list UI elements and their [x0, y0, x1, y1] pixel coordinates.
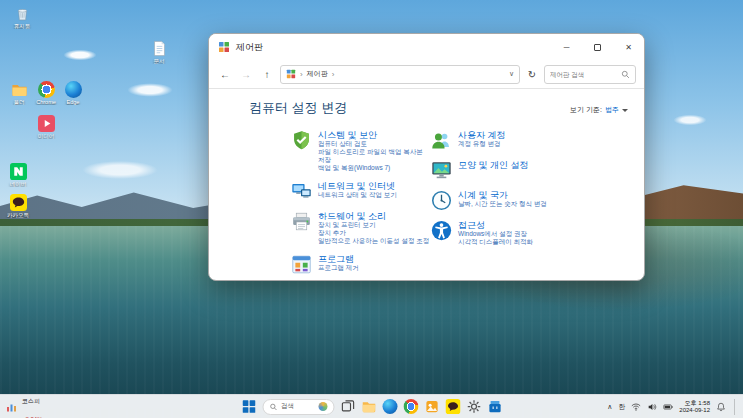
- tray-time: 오후 1:58: [685, 400, 710, 406]
- program-icon: [291, 254, 312, 275]
- category-task-link[interactable]: 네트워크 상태 및 작업 보기: [318, 191, 397, 199]
- desktop-icon-kakao-talk[interactable]: 카카오톡: [4, 194, 32, 218]
- edge-icon[interactable]: [382, 399, 397, 414]
- category-title-link[interactable]: 시스템 및 보안: [318, 130, 431, 140]
- control-panel-search[interactable]: [544, 65, 636, 84]
- search-icon: [269, 403, 277, 411]
- photos-icon[interactable]: [424, 399, 439, 414]
- category-title-link[interactable]: 모양 및 개인 설정: [458, 160, 529, 170]
- minimize-button[interactable]: ─: [551, 34, 582, 60]
- desktop-icon-media-player[interactable]: 미디어: [32, 115, 60, 139]
- taskbar-search-label: 검색: [281, 402, 294, 411]
- maximize-button[interactable]: [582, 34, 613, 60]
- back-button[interactable]: ←: [217, 69, 233, 80]
- address-bar[interactable]: › 제어판 › ∨: [280, 65, 520, 84]
- window-title: 제어판: [236, 41, 263, 54]
- printer-icon: [291, 211, 312, 232]
- document-icon: [151, 40, 168, 57]
- taskbar-search[interactable]: 검색: [262, 399, 334, 415]
- category-title-link[interactable]: 네트워크 및 인터넷: [318, 181, 397, 191]
- maximize-icon: [594, 44, 601, 51]
- breadcrumb-separator: ›: [300, 70, 303, 79]
- tray-overflow-button[interactable]: ∧: [607, 403, 612, 411]
- refresh-button[interactable]: ↻: [525, 69, 539, 80]
- breadcrumb-root[interactable]: 제어판: [307, 69, 328, 79]
- category-title-link[interactable]: 프로그램: [318, 254, 359, 264]
- desktop-icon-edge[interactable]: Edge: [59, 81, 87, 105]
- widgets-button[interactable]: 코스피 +2.34%: [6, 389, 43, 418]
- kakao-talk-icon: [10, 194, 27, 211]
- category-task-link[interactable]: 날짜, 시간 또는 숫자 형식 변경: [458, 200, 547, 208]
- file-explorer-icon[interactable]: [361, 399, 376, 414]
- widget-line1: 코스피: [22, 398, 40, 404]
- user-icon: [431, 130, 452, 151]
- category-clock-region: 시계 및 국가날짜, 시간 또는 숫자 형식 변경: [431, 190, 628, 211]
- system-tray: ∧ 한 오후 1:58 2024-09-12: [607, 399, 737, 415]
- up-button[interactable]: ↑: [259, 69, 275, 80]
- search-icon: [621, 70, 630, 79]
- toolbar: ← → ↑ › 제어판 › ∨ ↻: [209, 60, 644, 89]
- desktop-icon-label: 네이버: [4, 181, 32, 187]
- desktop-icon-naver[interactable]: 네이버: [4, 163, 32, 187]
- forward-button[interactable]: →: [238, 69, 254, 80]
- category-title-link[interactable]: 접근성: [458, 220, 533, 230]
- category-column-right: 사용자 계정계정 유형 변경모양 및 개인 설정시계 및 국가날짜, 시간 또는…: [431, 130, 628, 281]
- battery-icon[interactable]: [663, 402, 673, 412]
- desktop-icon-recycle-bin[interactable]: 휴지통: [8, 5, 36, 29]
- folder-icon: [11, 81, 28, 98]
- page-title: 컴퓨터 설정 변경: [249, 99, 347, 117]
- control-panel-icon: [218, 41, 230, 53]
- category-task-link[interactable]: 계정 유형 변경: [458, 140, 506, 148]
- desktop: 휴지통문서폴더ChromeEdge미디어네이버카카오톡 제어판 ─ ✕ ← → …: [0, 0, 743, 418]
- category-task-link[interactable]: 장치 추가: [318, 229, 429, 237]
- category-task-link[interactable]: 장치 및 프린터 보기: [318, 221, 429, 229]
- clock-icon: [431, 190, 452, 211]
- wifi-icon[interactable]: [631, 402, 641, 412]
- desktop-icon-label: Chrome: [32, 99, 60, 105]
- kakao-talk-icon[interactable]: [445, 399, 460, 414]
- recycle-bin-icon: [14, 5, 31, 22]
- ime-language-button[interactable]: 한: [618, 402, 625, 412]
- desktop-icon-label: Edge: [59, 99, 87, 105]
- search-highlight-image: [318, 402, 327, 411]
- category-task-link[interactable]: 시각적 디스플레이 최적화: [458, 238, 533, 246]
- category-columns: 시스템 및 보안컴퓨터 상태 검토파일 히스토리로 파일의 백업 복사본 저장백…: [249, 130, 628, 281]
- close-button[interactable]: ✕: [613, 34, 644, 60]
- settings-icon[interactable]: [466, 399, 481, 414]
- start-button[interactable]: [241, 399, 256, 414]
- chrome-icon: [38, 81, 55, 98]
- category-title-link[interactable]: 시계 및 국가: [458, 190, 547, 200]
- category-system-security: 시스템 및 보안컴퓨터 상태 검토파일 히스토리로 파일의 백업 복사본 저장백…: [291, 130, 431, 172]
- desktop-icon-chrome[interactable]: Chrome: [32, 81, 60, 105]
- desktop-icon-folder[interactable]: 폴더: [5, 81, 33, 105]
- desktop-icon-label: 미디어: [32, 133, 60, 139]
- category-task-link[interactable]: 파일 히스토리로 파일의 백업 복사본 저장: [318, 148, 431, 164]
- chrome-icon[interactable]: [403, 399, 418, 414]
- volume-icon[interactable]: [647, 402, 657, 412]
- category-task-link[interactable]: 백업 및 복원(Windows 7): [318, 164, 431, 172]
- category-ease-of-access: 접근성Windows에서 설정 권장시각적 디스플레이 최적화: [431, 220, 628, 246]
- task-view-icon[interactable]: [340, 399, 355, 414]
- desktop-icon-label: 카카오톡: [4, 212, 32, 218]
- view-by-label: 보기 기준:: [570, 105, 602, 115]
- category-column-left: 시스템 및 보안컴퓨터 상태 검토파일 히스토리로 파일의 백업 복사본 저장백…: [291, 130, 431, 281]
- view-by-control: 보기 기준: 범주: [570, 105, 628, 115]
- view-by-value[interactable]: 범주: [605, 105, 619, 115]
- category-task-link[interactable]: 컴퓨터 상태 검토: [318, 140, 431, 148]
- naver-icon: [10, 163, 27, 180]
- category-title-link[interactable]: 하드웨어 및 소리: [318, 211, 429, 221]
- category-task-link[interactable]: 일반적으로 사용하는 이동성 설정 조정: [318, 237, 429, 245]
- desktop-icon-document[interactable]: 문서: [145, 40, 173, 64]
- category-task-link[interactable]: 프로그램 제거: [318, 264, 359, 272]
- control-panel-search-input[interactable]: [550, 71, 618, 78]
- appearance-icon: [431, 160, 452, 181]
- address-dropdown-button[interactable]: ∨: [509, 70, 514, 78]
- category-title-link[interactable]: 사용자 계정: [458, 130, 506, 140]
- show-desktop-button[interactable]: [734, 399, 737, 415]
- titlebar[interactable]: 제어판 ─ ✕: [209, 34, 644, 60]
- notifications-bell-icon[interactable]: [716, 402, 726, 412]
- category-task-link[interactable]: Windows에서 설정 권장: [458, 230, 533, 238]
- taskbar: 코스피 +2.34% 검색 ∧ 한: [0, 394, 743, 418]
- clock[interactable]: 오후 1:58 2024-09-12: [679, 400, 710, 414]
- store-icon[interactable]: [487, 399, 502, 414]
